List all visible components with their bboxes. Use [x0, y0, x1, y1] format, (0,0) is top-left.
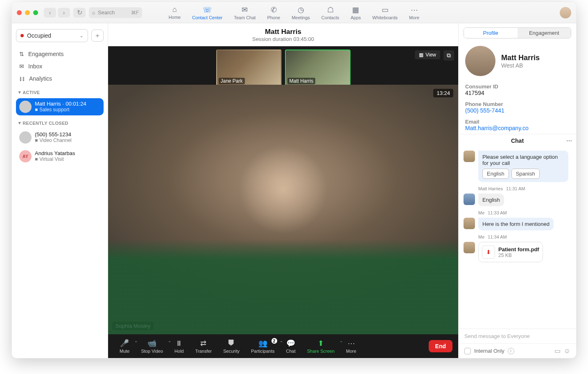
phone-value[interactable]: (500) 555-7441: [465, 107, 570, 114]
nav-forward[interactable]: ›: [58, 8, 70, 18]
section-recently-closed[interactable]: ▾RECENTLY CLOSED: [16, 117, 104, 127]
participants-button[interactable]: 👥2Participants⌃: [245, 339, 280, 354]
contact-name: Matt Harris: [35, 101, 61, 107]
nav-whiteboards[interactable]: ▭Whiteboards: [372, 5, 398, 20]
stop-video-button[interactable]: 📹Stop Video⌃: [135, 339, 169, 354]
sender-name: Me: [478, 210, 484, 215]
mute-button[interactable]: 🎤Mute⌃: [114, 339, 135, 354]
user-avatar[interactable]: [560, 7, 571, 18]
speaker-name: Sophia Mosley: [112, 322, 154, 330]
nav-phone[interactable]: ✆Phone: [267, 5, 280, 20]
status-dropdown[interactable]: Occupied ⌄: [16, 29, 88, 42]
chat-button[interactable]: 💬Chat: [280, 339, 301, 354]
close-window[interactable]: [17, 10, 22, 15]
more-button[interactable]: ⋯More: [340, 339, 362, 354]
apps-icon: ▦: [352, 5, 359, 14]
section-active[interactable]: ▾ACTIVE: [16, 86, 104, 97]
profile-tabs: Profile Engagement: [464, 27, 571, 38]
view-label: View: [425, 52, 436, 58]
home-icon: ⌂: [172, 5, 177, 14]
link-label: Engagements: [28, 51, 63, 57]
hold-button[interactable]: ⏸Hold: [169, 339, 190, 354]
tab-engagement[interactable]: Engagement: [518, 28, 571, 38]
add-button[interactable]: ＋: [91, 29, 104, 42]
transfer-button[interactable]: ⇄Transfer: [190, 339, 218, 354]
recent-item[interactable]: (500) 555-1234 ■Video Channel: [16, 129, 104, 146]
minimize-window[interactable]: [25, 10, 30, 15]
nav-label: Phone: [267, 15, 280, 20]
message-text: Please select a language option for your…: [482, 154, 558, 166]
nav-apps[interactable]: ▦Apps: [351, 5, 361, 20]
recent-item[interactable]: AY Andrius Yatarbas ■Virtual Visit: [16, 148, 104, 165]
ctrl-label: Chat: [286, 349, 296, 354]
attach-icon[interactable]: ▭: [554, 347, 561, 355]
nav-contacts[interactable]: ☖Contacts: [321, 5, 339, 20]
video-icon: ■: [35, 137, 38, 143]
chat-input[interactable]: Send message to Everyone: [459, 329, 576, 343]
section-label: ACTIVE: [23, 90, 40, 95]
nav-back[interactable]: ‹: [44, 8, 56, 18]
chat-more-icon[interactable]: ⋯: [566, 137, 572, 144]
more-icon: ⋯: [348, 339, 355, 348]
active-engagement-item[interactable]: Matt Harris · 00:01:24 ■Sales support: [16, 98, 104, 115]
email-value[interactable]: Matt.harris@company.co: [465, 125, 570, 131]
popout-button[interactable]: ⧉: [443, 50, 454, 61]
internal-only-checkbox[interactable]: [464, 348, 471, 354]
msg-time: 11:33 AM: [488, 210, 507, 215]
file-name: Patient form.pdf: [498, 246, 539, 252]
ctrl-label: Participants: [251, 349, 274, 354]
share-screen-button[interactable]: ⬆Share Screen⌃: [301, 339, 340, 354]
link-label: Analytics: [29, 75, 52, 82]
video-thumbnail[interactable]: Matt Harris: [285, 50, 351, 86]
camera-icon: 📹: [147, 339, 156, 348]
video-icon: ■: [35, 156, 38, 162]
sender-name: Me: [478, 234, 484, 239]
avatar: [464, 194, 475, 205]
transfer-icon: ⇄: [200, 339, 206, 348]
lang-spanish-button[interactable]: Spanish: [511, 169, 540, 179]
search-input[interactable]: ⌕ Search ⌘F: [89, 7, 142, 18]
file-attachment[interactable]: ⬇ Patient form.pdf 25 KB: [478, 242, 543, 262]
video-icon: ■: [35, 107, 38, 113]
end-button[interactable]: End: [429, 340, 452, 352]
view-button[interactable]: ▦View: [415, 50, 440, 59]
sidebar-inbox[interactable]: ✉Inbox: [16, 60, 104, 72]
chat-title: Chat: [511, 137, 524, 144]
participant-name: Matt Harris: [287, 78, 316, 84]
lang-english-button[interactable]: English: [482, 169, 509, 179]
contact-name: (500) 555-1234: [35, 131, 72, 137]
sidebar-analytics[interactable]: ⫿⫿Analytics: [16, 72, 104, 85]
field-label: Phone Number: [465, 101, 570, 107]
main-video: 13:24 Sophia Mosley: [108, 85, 458, 334]
tab-profile[interactable]: Profile: [464, 28, 518, 38]
video-thumbnail[interactable]: Jane Park: [216, 50, 282, 86]
nav-more[interactable]: ⋯More: [409, 5, 419, 20]
whiteboard-icon: ▭: [382, 5, 389, 14]
nav-label: Meetings: [292, 15, 310, 20]
session-duration: Session duration 03:45:00: [252, 36, 314, 42]
people-icon: 👥: [258, 339, 267, 348]
emoji-icon[interactable]: ☺: [564, 347, 570, 355]
participant-name: Jane Park: [219, 78, 245, 84]
security-button[interactable]: ⛊Security: [217, 339, 245, 354]
history-button[interactable]: ↻: [73, 8, 86, 18]
sidebar-engagements[interactable]: ⇅Engagements: [16, 48, 104, 60]
engagements-icon: ⇅: [19, 51, 24, 57]
clock-icon: ◷: [298, 5, 304, 14]
video-timer: 13:24: [433, 89, 453, 97]
nav-home[interactable]: ⌂Home: [169, 5, 181, 20]
share-icon: ⬆: [318, 339, 324, 348]
msg-time: 11:34 AM: [488, 234, 507, 239]
grid-icon: ▦: [419, 52, 423, 58]
nav-meetings[interactable]: ◷Meetings: [292, 5, 310, 20]
chat-icon: 💬: [286, 339, 295, 348]
nav-contact-center[interactable]: ☏Contact Center: [192, 5, 222, 20]
avatar: [464, 151, 475, 162]
nav-label: Whiteboards: [372, 15, 398, 20]
profile-name: Matt Harris: [501, 54, 540, 62]
nav-label: Apps: [351, 15, 361, 20]
info-icon[interactable]: i: [508, 348, 514, 354]
maximize-window[interactable]: [33, 10, 38, 15]
inbox-icon: ✉: [19, 63, 24, 70]
nav-team-chat[interactable]: ✉Team Chat: [234, 5, 256, 20]
